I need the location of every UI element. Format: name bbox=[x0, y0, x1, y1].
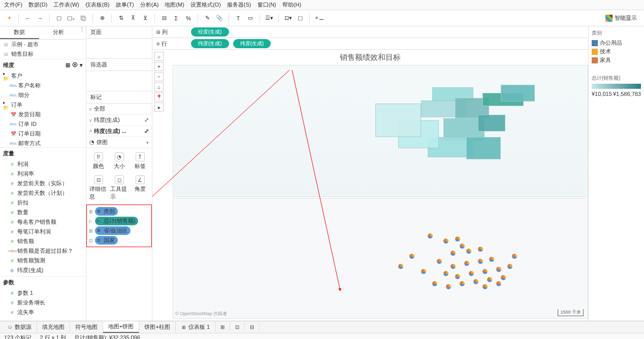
logo-icon[interactable]: ✦ bbox=[4, 13, 14, 23]
sheet-tab[interactable]: ⊞仪表板 1 bbox=[176, 322, 215, 332]
pages-shelf[interactable] bbox=[86, 39, 152, 59]
sheet-tab[interactable]: 填充地图 bbox=[37, 322, 70, 332]
map-home-icon[interactable]: ⌂ bbox=[154, 82, 164, 91]
dropdown-icon[interactable]: ▾ bbox=[80, 62, 83, 69]
map-zoom-in-icon[interactable]: + bbox=[154, 62, 164, 71]
sheet-tab[interactable]: 符号地图 bbox=[70, 322, 103, 332]
back-icon[interactable]: ← bbox=[23, 13, 33, 23]
measure-item[interactable]: #利润 bbox=[0, 159, 86, 169]
data-source-item[interactable]: ⛁示例 - 超市 bbox=[0, 40, 86, 49]
marks-lat2[interactable]: ^纬度(生成) ...⤢ bbox=[86, 126, 152, 137]
map-filled[interactable] bbox=[173, 65, 588, 197]
mark-pill[interactable]: ▷总计(销售额) bbox=[95, 217, 138, 225]
mark-pill[interactable]: ⊡国家 bbox=[95, 236, 118, 245]
color-gradient[interactable] bbox=[592, 84, 641, 89]
menu-story[interactable]: 故事(T) bbox=[114, 0, 136, 10]
save-icon[interactable]: ▢ bbox=[54, 13, 64, 23]
show-cards-icon[interactable]: ⊡▾ bbox=[283, 13, 293, 23]
tab-analysis[interactable]: 分析 bbox=[39, 26, 78, 39]
duplicate-icon[interactable]: ⿻ bbox=[78, 13, 88, 23]
sort-desc-icon[interactable]: ⊻ bbox=[140, 13, 150, 23]
viz-title[interactable]: 销售额绩效和目标 bbox=[152, 50, 588, 65]
swap-icon[interactable]: ⇅ bbox=[116, 13, 126, 23]
rows-pill-lat-1[interactable]: 纬度(生成) bbox=[191, 39, 229, 48]
mark-type-selector[interactable]: ◔饼图▾ bbox=[86, 137, 152, 148]
menu-help[interactable]: 帮助(H) bbox=[280, 0, 303, 10]
marks-size[interactable]: ◔大小 bbox=[109, 150, 129, 172]
mark-pill[interactable]: ⊞类别 bbox=[95, 207, 118, 216]
legend-item[interactable]: 家具 bbox=[592, 56, 641, 64]
view-as-icon[interactable]: ⊞ bbox=[66, 62, 70, 69]
new-tab-icon[interactable]: ⊡ bbox=[230, 323, 245, 331]
dimension-item[interactable]: Abc订单 ID bbox=[0, 119, 86, 129]
marks-label[interactable]: T标签 bbox=[130, 150, 150, 172]
filters-shelf[interactable] bbox=[86, 71, 152, 91]
measure-item[interactable]: #发货前天数（计划） bbox=[0, 188, 86, 198]
measure-item[interactable]: #销售额预测 bbox=[0, 256, 86, 265]
marks-color[interactable]: ⠿颜色 bbox=[88, 150, 108, 172]
measure-item[interactable]: #销售额 bbox=[0, 236, 86, 246]
highlight-icon[interactable]: ✎ bbox=[202, 13, 212, 23]
measure-item[interactable]: #利润率 bbox=[0, 169, 86, 179]
dimension-item[interactable]: Abc细分 bbox=[0, 90, 86, 100]
percent-icon[interactable]: % bbox=[183, 13, 194, 23]
menu-map[interactable]: 地图(M) bbox=[163, 0, 186, 10]
sheet-tab[interactable]: 饼图+柱图 bbox=[139, 322, 175, 332]
marks-all[interactable]: v全部 bbox=[86, 104, 152, 115]
marks-angle[interactable]: ∠角度 bbox=[130, 173, 150, 202]
search-icon[interactable]: ⦿ bbox=[72, 62, 78, 69]
new-data-icon[interactable]: ⊕ bbox=[97, 13, 107, 23]
group-icon[interactable]: ⊟ bbox=[159, 13, 169, 23]
map-zoom-out-icon[interactable]: − bbox=[154, 72, 164, 81]
menu-dashboard[interactable]: 仪表板(B) bbox=[83, 0, 112, 10]
measure-item[interactable]: ⊕纬度(生成) bbox=[0, 265, 86, 275]
menu-format[interactable]: 设置格式(O) bbox=[188, 0, 223, 10]
columns-pill-lon[interactable]: 经度(生成) bbox=[191, 27, 229, 37]
param-item[interactable]: #参数 1 bbox=[0, 288, 86, 298]
dimension-item[interactable]: ▸ 📁客户 bbox=[0, 71, 86, 81]
measure-item[interactable]: #每名客户销售额 bbox=[0, 217, 86, 227]
measure-item[interactable]: #数量 bbox=[0, 208, 86, 217]
dimension-item[interactable]: Abc客户名称 bbox=[0, 81, 86, 90]
pane-menu-icon[interactable]: ⋮ bbox=[78, 26, 86, 39]
dimension-item[interactable]: 📅发货日期 bbox=[0, 110, 86, 119]
new-tab-icon[interactable]: ⊟ bbox=[245, 323, 260, 331]
text-icon[interactable]: T bbox=[233, 13, 243, 23]
marks-detail[interactable]: ⊡详细信息 bbox=[88, 173, 108, 202]
param-item[interactable]: #流失率 bbox=[0, 308, 86, 317]
viz-canvas[interactable]: 销售额绩效和目标 ⌕ + − ⌂ 📍 ▸ © OpenStreetMap 供稿者… bbox=[152, 50, 588, 321]
forward-icon[interactable]: → bbox=[35, 13, 45, 23]
map-pin-icon[interactable]: 📍 bbox=[154, 92, 164, 101]
sheet-tab[interactable]: 地图+饼图 bbox=[103, 321, 139, 333]
measure-item[interactable]: #发货前天数（实际） bbox=[0, 179, 86, 188]
menu-analysis[interactable]: 分析(A) bbox=[138, 0, 161, 10]
dimension-item[interactable]: ▸ 📁订单 bbox=[0, 100, 86, 110]
sort-asc-icon[interactable]: ⊼ bbox=[128, 13, 138, 23]
menu-worksheet[interactable]: 工作表(W) bbox=[51, 0, 81, 10]
menu-data[interactable]: 数据(D) bbox=[26, 0, 49, 10]
legend-item[interactable]: 技术 bbox=[592, 47, 641, 56]
share-icon[interactable]: ⚬⚊ bbox=[314, 13, 324, 23]
smart-show-button[interactable]: 智能显示 bbox=[602, 13, 640, 23]
tab-data[interactable]: 数据 bbox=[0, 26, 39, 39]
data-source-item[interactable]: ⛁销售目标 bbox=[0, 49, 86, 59]
map-select-icon[interactable]: ▸ bbox=[154, 103, 164, 112]
mark-pill[interactable]: ⊞省/自治区 bbox=[95, 226, 131, 235]
measure-item[interactable]: #折扣 bbox=[0, 198, 86, 208]
measure-item[interactable]: =Abc销售额是否超过目标？ bbox=[0, 246, 86, 256]
presentation-icon[interactable]: ▢ bbox=[295, 13, 305, 23]
dimension-item[interactable]: Abc邮寄方式 bbox=[0, 139, 86, 147]
sheet-tab[interactable]: ⛁数据源 bbox=[2, 322, 37, 332]
marks-lat1[interactable]: v纬度(生成)⤢ bbox=[86, 115, 152, 126]
fit-icon[interactable]: ☰▾ bbox=[264, 13, 274, 23]
map-symbols[interactable]: © OpenStreetMap 供稿者 1500 千米 bbox=[173, 198, 588, 319]
measure-item[interactable]: ⊕经度(生成) bbox=[0, 275, 86, 276]
totals-icon[interactable]: Σ bbox=[171, 13, 181, 23]
dimension-item[interactable]: 📅订单日期 bbox=[0, 129, 86, 139]
marks-tooltip[interactable]: ◻工具提示 bbox=[109, 173, 129, 202]
new-sheet-icon[interactable]: ▢₊ bbox=[66, 13, 76, 23]
rows-shelf[interactable]: ≡行 纬度(生成) 纬度(生成) bbox=[152, 38, 588, 50]
menu-file[interactable]: 文件(F) bbox=[2, 0, 24, 10]
new-tab-icon[interactable]: ⊞ bbox=[215, 323, 230, 331]
legend-item[interactable]: 办公用品 bbox=[592, 39, 641, 47]
